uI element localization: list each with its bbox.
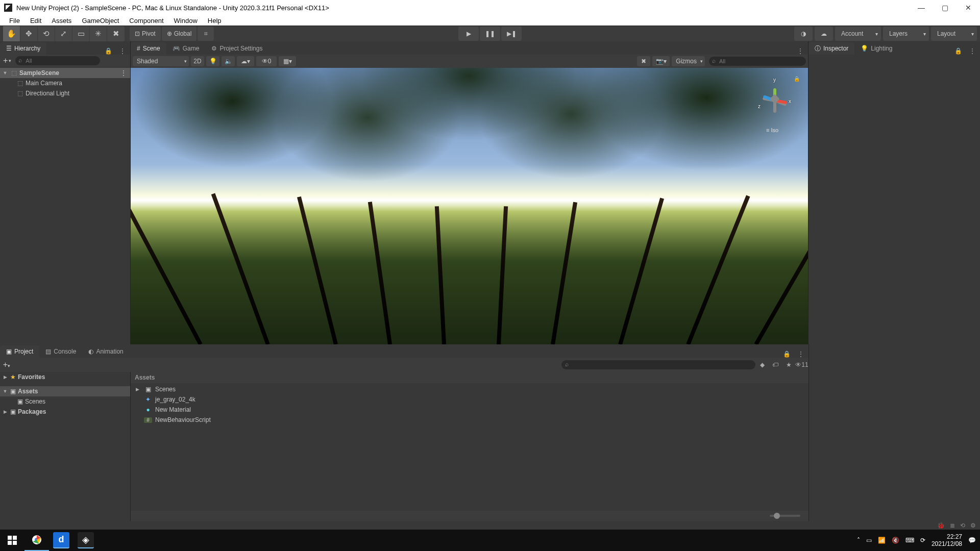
tab-game[interactable]: 🎮Game — [166, 42, 206, 55]
global-toggle[interactable]: ⊕ Global — [162, 27, 197, 41]
start-button[interactable] — [0, 530, 24, 551]
grid-toggle[interactable]: ▦▾ — [279, 56, 296, 66]
tab-project[interactable]: ▣Project — [0, 345, 39, 358]
panel-menu-icon[interactable]: ⋮ — [793, 47, 808, 55]
menu-edit[interactable]: Edit — [25, 16, 46, 26]
packages-row[interactable]: ▶▣Packages — [0, 407, 130, 417]
menu-gameobject[interactable]: GameObject — [77, 16, 124, 26]
scale-tool[interactable]: ⤢ — [55, 26, 72, 41]
game-icon: 🎮 — [173, 45, 180, 52]
menu-assets[interactable]: Assets — [46, 16, 77, 26]
custom-tool[interactable]: ✖ — [107, 26, 125, 41]
favorites-row[interactable]: ▶★Favorites — [0, 372, 130, 382]
clock[interactable]: 22:27 2021/12/08 — [932, 533, 962, 547]
status-icon[interactable]: ≣ — [950, 522, 955, 529]
save-search[interactable]: ★ — [782, 360, 795, 370]
lock-icon[interactable]: 🔒 — [794, 76, 800, 82]
tab-inspector[interactable]: ⓘInspector — [808, 42, 854, 55]
tab-scene[interactable]: #Scene — [131, 42, 166, 55]
search-by-label[interactable]: 🏷 — [769, 360, 782, 370]
unity-logo-icon — [4, 4, 12, 12]
maximize-button[interactable]: ▢ — [933, 0, 957, 15]
hierarchy-item[interactable]: ⬚Main Camera — [0, 78, 130, 88]
menu-file[interactable]: File — [4, 16, 25, 26]
asset-item[interactable]: #NewBehaviourScript — [131, 415, 808, 425]
thumbnail-size-slider[interactable] — [770, 515, 800, 517]
asset-item[interactable]: ▶▣Scenes — [131, 384, 808, 394]
scenes-folder-row[interactable]: ▣Scenes — [0, 396, 130, 407]
hidden-packages[interactable]: 👁11 — [795, 360, 808, 370]
projection-label[interactable]: ≡ Iso — [766, 127, 778, 133]
notifications-icon[interactable]: 💬 — [968, 537, 976, 544]
unity-taskbar-icon[interactable]: ◈ — [78, 532, 94, 548]
menu-component[interactable]: Component — [124, 16, 168, 26]
search-by-type[interactable]: ◆ — [755, 360, 769, 370]
snap-toggle[interactable]: ⌗ — [198, 27, 214, 41]
status-icon[interactable]: 🐞 — [937, 522, 945, 529]
orientation-gizmo[interactable]: x y z 🔒 ≡ Iso — [752, 76, 798, 122]
gameobject-icon: ⬚ — [16, 90, 23, 97]
shading-mode-dropdown[interactable]: Shaded — [133, 56, 189, 66]
tray-chevron-icon[interactable]: ˄ — [857, 537, 860, 544]
scene-row[interactable]: ▼ ⬚ SampleScene ⋮ — [0, 68, 130, 78]
scene-menu-icon[interactable]: ⋮ — [120, 69, 130, 77]
volume-icon[interactable]: 🔇 — [892, 537, 899, 544]
collab-button[interactable]: ◑ — [794, 27, 813, 41]
hand-tool[interactable]: ✋ — [3, 26, 20, 41]
panel-lock-icon[interactable]: 🔒 — [102, 47, 115, 55]
tab-console[interactable]: ▤Console — [39, 345, 82, 358]
status-icon[interactable]: ⟲ — [960, 522, 965, 529]
battery-icon[interactable]: ▭ — [866, 537, 872, 544]
account-dropdown[interactable]: Account — [835, 27, 881, 41]
create-asset-dropdown[interactable]: +▾ — [0, 360, 13, 369]
fx-toggle[interactable]: ☁▾ — [237, 56, 254, 66]
tab-lighting[interactable]: 💡Lighting — [854, 42, 898, 55]
asset-item[interactable]: ✦je_gray_02_4k — [131, 394, 808, 405]
app-icon[interactable]: d — [53, 532, 69, 548]
rotate-tool[interactable]: ⟲ — [38, 26, 55, 41]
tab-animation[interactable]: ◐Animation — [82, 345, 129, 358]
panel-lock-icon[interactable]: 🔒 — [780, 350, 794, 358]
breadcrumb[interactable]: Assets — [131, 372, 808, 383]
project-search-input[interactable] — [561, 360, 755, 369]
2d-toggle[interactable]: 2D — [191, 56, 204, 66]
move-tool[interactable]: ✥ — [20, 26, 38, 41]
layout-dropdown[interactable]: Layout — [931, 27, 977, 41]
asset-item[interactable]: ●New Material — [131, 405, 808, 415]
wifi-icon[interactable]: 📶 — [878, 537, 886, 544]
hierarchy-search-input[interactable] — [15, 56, 100, 65]
pivot-toggle[interactable]: ⊡ Pivot — [130, 27, 161, 41]
cloud-button[interactable]: ☁ — [815, 27, 833, 41]
menu-help[interactable]: Help — [203, 16, 227, 26]
scene-search-input[interactable] — [709, 57, 806, 66]
tab-project-settings[interactable]: ⚙Project Settings — [205, 42, 268, 55]
pause-button[interactable]: ❚❚ — [480, 27, 500, 41]
close-button[interactable]: ✕ — [957, 0, 980, 15]
panel-menu-icon[interactable]: ⋮ — [794, 350, 808, 358]
hidden-objects[interactable]: 👁0 — [256, 56, 277, 66]
hierarchy-item[interactable]: ⬚Directional Light — [0, 88, 130, 98]
tab-hierarchy[interactable]: ☰Hierarchy — [0, 42, 46, 55]
tools-toggle[interactable]: ✖ — [637, 56, 650, 66]
layers-dropdown[interactable]: Layers — [883, 27, 929, 41]
chrome-icon[interactable] — [24, 530, 49, 551]
play-button[interactable]: ▶ — [458, 27, 479, 41]
menu-window[interactable]: Window — [169, 16, 203, 26]
audio-toggle[interactable]: 🔈 — [222, 56, 235, 66]
panel-menu-icon[interactable]: ⋮ — [115, 47, 130, 55]
gizmos-dropdown[interactable]: Gizmos — [672, 56, 705, 66]
step-button[interactable]: ▶❚ — [501, 27, 522, 41]
transform-tool[interactable]: ✳ — [90, 26, 107, 41]
assets-row[interactable]: ▼▣Assets — [0, 386, 130, 396]
create-dropdown[interactable]: + — [2, 56, 9, 65]
ime-icon[interactable]: ⌨ — [905, 537, 914, 544]
rect-tool[interactable]: ▭ — [72, 26, 90, 41]
lighting-toggle[interactable]: 💡 — [206, 56, 219, 66]
minimize-button[interactable]: — — [910, 0, 933, 15]
panel-menu-icon[interactable]: ⋮ — [965, 47, 980, 55]
scene-viewport[interactable]: x y z 🔒 ≡ Iso — [131, 68, 808, 344]
panel-lock-icon[interactable]: 🔒 — [951, 47, 965, 55]
sync-icon[interactable]: ⟳ — [920, 537, 925, 544]
status-icon[interactable]: ⚙ — [970, 522, 976, 529]
camera-toggle[interactable]: 📷▾ — [652, 56, 670, 66]
